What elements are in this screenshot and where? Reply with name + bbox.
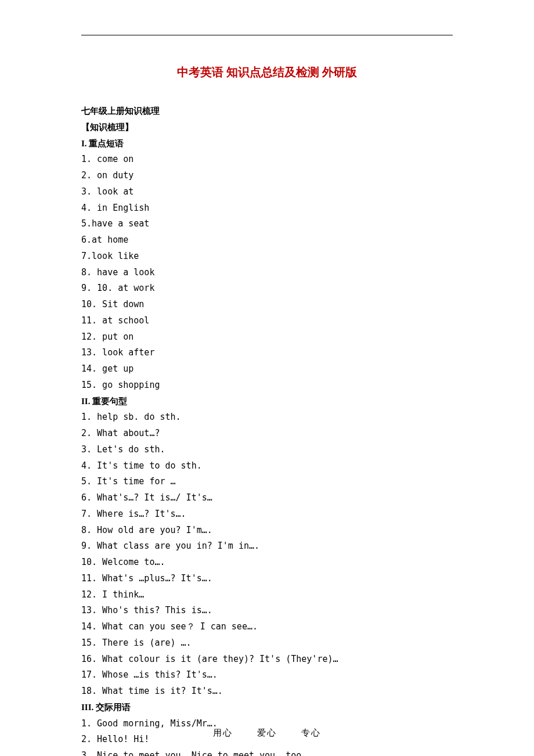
- list-item: 2. What about…?: [81, 426, 453, 442]
- list-item: 8. How old are you? I'm….: [81, 523, 453, 539]
- list-item: 6. What's…? It is…/ It's…: [81, 490, 453, 506]
- list-item: 1. come on: [81, 152, 453, 168]
- document-title: 中考英语 知识点总结及检测 外研版: [81, 64, 453, 80]
- list-item: 18. What time is it? It's….: [81, 683, 453, 700]
- knowledge-heading: 【知识梳理】: [81, 120, 453, 136]
- list-item: 3. Nice to meet you. Nice to meet you, t…: [81, 748, 453, 756]
- list-item: 14. What can you see？ I can see….: [81, 619, 453, 635]
- list-item: 10. Sit down: [81, 297, 453, 313]
- list-item: 4. It's time to do sth.: [81, 458, 453, 474]
- list-item: 15. There is (are) ….: [81, 635, 453, 651]
- section-1-label: I. 重点短语: [81, 136, 453, 152]
- section-2-list: 1. help sb. do sth.2. What about…?3. Let…: [81, 409, 453, 700]
- list-item: 5. It's time for …: [81, 474, 453, 490]
- list-item: 1. help sb. do sth.: [81, 409, 453, 426]
- list-item: 11. at school: [81, 313, 453, 329]
- list-item: 3. look at: [81, 184, 453, 200]
- list-item: 3. Let's do sth.: [81, 442, 453, 458]
- list-item: 12. I think…: [81, 587, 453, 603]
- list-item: 7. Where is…? It's….: [81, 506, 453, 523]
- top-rule: [81, 35, 453, 35]
- list-item: 8. have a look: [81, 265, 453, 281]
- section-1-list: 1. come on2. on duty3. look at4. in Engl…: [81, 152, 453, 393]
- list-item: 10. Welcome to….: [81, 555, 453, 571]
- list-item: 2. on duty: [81, 168, 453, 184]
- list-item: 9. What class are you in? I'm in….: [81, 538, 453, 555]
- list-item: 11. What's …plus…? It's….: [81, 571, 453, 587]
- list-item: 7.look like: [81, 249, 453, 265]
- list-item: 5.have a seat: [81, 216, 453, 232]
- section-3-label: III. 交际用语: [81, 700, 453, 716]
- section-2-label: II. 重要句型: [81, 394, 453, 410]
- list-item: 4. in English: [81, 200, 453, 217]
- list-item: 16. What colour is it (are they)? It's (…: [81, 651, 453, 668]
- list-item: 6.at home: [81, 232, 453, 249]
- list-item: 9. 10. at work: [81, 280, 453, 297]
- footer-word-1: 用心: [213, 728, 233, 737]
- list-item: 14. get up: [81, 361, 453, 377]
- footer-word-2: 爱心: [257, 728, 277, 737]
- list-item: 12. put on: [81, 329, 453, 345]
- grade-heading: 七年级上册知识梳理: [81, 103, 453, 120]
- page-body: 中考英语 知识点总结及检测 外研版 七年级上册知识梳理 【知识梳理】 I. 重点…: [0, 0, 534, 756]
- list-item: 13. look after: [81, 345, 453, 361]
- footer-word-3: 专心: [301, 728, 321, 737]
- page-footer: 用心 爱心 专心: [0, 728, 534, 739]
- list-item: 15. go shopping: [81, 377, 453, 394]
- list-item: 13. Who's this? This is….: [81, 603, 453, 619]
- list-item: 17. Whose …is this? It's….: [81, 667, 453, 683]
